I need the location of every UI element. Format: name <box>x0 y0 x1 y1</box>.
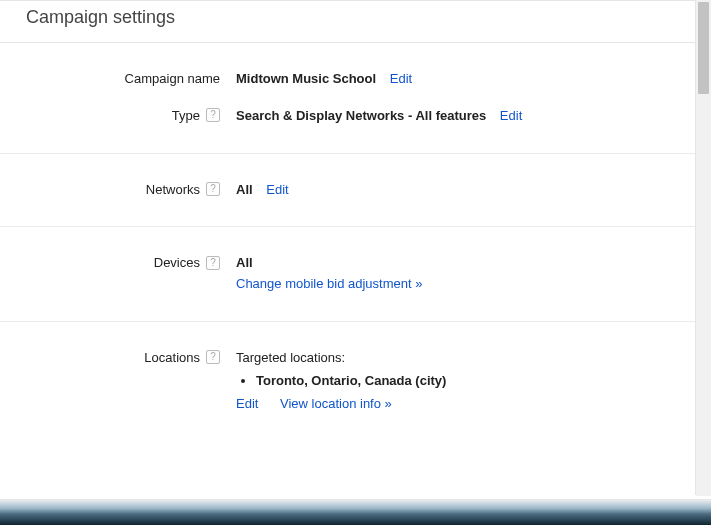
locations-intro: Targeted locations: <box>236 348 669 369</box>
edit-campaign-name-link[interactable]: Edit <box>390 71 412 86</box>
section-networks: Networks ? All Edit <box>0 154 695 228</box>
scrollbar-thumb[interactable] <box>698 2 709 94</box>
view-location-info-link[interactable]: View location info » <box>280 396 392 411</box>
edit-locations-link[interactable]: Edit <box>236 396 258 411</box>
scrollbar-track[interactable] <box>696 0 711 496</box>
help-icon[interactable]: ? <box>206 182 220 196</box>
row-locations: Locations ? Targeted locations: Toronto,… <box>26 340 669 422</box>
section-locations: Locations ? Targeted locations: Toronto,… <box>0 322 695 440</box>
settings-panel: Campaign settings Campaign name Midtown … <box>0 0 696 495</box>
help-icon[interactable]: ? <box>206 350 220 364</box>
change-mobile-bid-link[interactable]: Change mobile bid adjustment » <box>236 276 422 291</box>
row-networks: Networks ? All Edit <box>26 172 669 209</box>
label-devices: Devices <box>154 255 200 270</box>
page-title: Campaign settings <box>0 0 695 43</box>
label-type: Type <box>172 108 200 123</box>
help-icon[interactable]: ? <box>206 256 220 270</box>
value-networks: All <box>236 182 253 197</box>
list-item: Toronto, Ontario, Canada (city) <box>256 371 669 392</box>
value-type: Search & Display Networks - All features <box>236 108 486 123</box>
row-campaign-name: Campaign name Midtown Music School Edit <box>26 61 669 98</box>
help-icon[interactable]: ? <box>206 108 220 122</box>
value-campaign-name: Midtown Music School <box>236 71 376 86</box>
edit-type-link[interactable]: Edit <box>500 108 522 123</box>
value-devices: All <box>236 253 669 274</box>
row-devices: Devices ? All Change mobile bid adjustme… <box>26 245 669 303</box>
label-locations: Locations <box>144 350 200 365</box>
taskbar <box>0 499 711 525</box>
section-general: Campaign name Midtown Music School Edit … <box>0 43 695 154</box>
row-type: Type ? Search & Display Networks - All f… <box>26 98 669 135</box>
section-devices: Devices ? All Change mobile bid adjustme… <box>0 227 695 322</box>
label-campaign-name: Campaign name <box>125 71 220 86</box>
locations-list: Toronto, Ontario, Canada (city) <box>256 371 669 392</box>
label-networks: Networks <box>146 182 200 197</box>
edit-networks-link[interactable]: Edit <box>266 182 288 197</box>
